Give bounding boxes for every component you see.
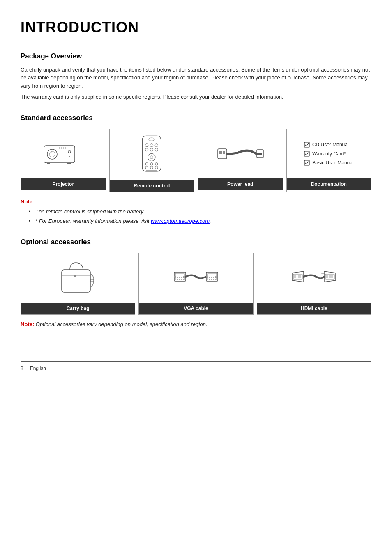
doc-item-3: Basic User Manual xyxy=(304,159,354,166)
svg-point-16 xyxy=(145,148,148,151)
vga-cable-image xyxy=(139,253,253,303)
doc-item-2: Warranty Card* xyxy=(304,150,354,157)
accessory-hdmi-cable: HDMI cable xyxy=(257,253,371,314)
svg-rect-9 xyxy=(47,163,50,164)
projector-image xyxy=(21,129,106,178)
svg-point-62 xyxy=(215,275,216,275)
svg-point-69 xyxy=(213,279,214,280)
power-lead-icon xyxy=(216,137,265,170)
remote-label: Remote control xyxy=(110,180,194,192)
vga-cable-label: VGA cable xyxy=(139,303,253,314)
svg-point-8 xyxy=(69,156,70,157)
hdmi-cable-image xyxy=(257,253,371,303)
projector-icon xyxy=(41,137,86,170)
svg-point-44 xyxy=(179,275,180,275)
svg-point-25 xyxy=(150,166,153,169)
doc-label-3: Basic User Manual xyxy=(312,159,354,166)
svg-point-15 xyxy=(155,144,158,147)
svg-point-47 xyxy=(177,277,178,278)
svg-point-14 xyxy=(150,144,153,147)
doc-label-1: CD User Manual xyxy=(312,141,349,148)
svg-point-45 xyxy=(181,275,182,275)
package-overview-heading: Package Overview xyxy=(21,51,371,62)
svg-point-7 xyxy=(68,150,71,153)
standard-accessories-grid: Projector xyxy=(21,129,371,192)
svg-point-2 xyxy=(49,151,55,157)
page-number: 8 xyxy=(21,365,23,372)
remote-icon xyxy=(137,134,166,175)
svg-point-46 xyxy=(183,275,184,275)
svg-point-59 xyxy=(209,275,210,275)
svg-point-72 xyxy=(215,276,217,278)
optional-accessories-section: Optional accessories xyxy=(21,237,371,328)
accessory-power-lead: Power lead xyxy=(198,129,283,192)
documentation-label: Documentation xyxy=(287,178,371,190)
standard-notes: Note: The remote control is shipped with… xyxy=(21,198,371,225)
svg-point-49 xyxy=(181,277,182,278)
doc-item-1: CD User Manual xyxy=(304,141,354,148)
svg-point-18 xyxy=(155,148,158,151)
accessory-vga-cable: VGA cable xyxy=(138,253,253,314)
svg-rect-40 xyxy=(90,279,94,282)
svg-point-53 xyxy=(181,279,182,280)
optoma-link[interactable]: www.optomaeurope.com xyxy=(151,218,210,224)
svg-rect-30 xyxy=(223,151,225,154)
svg-point-20 xyxy=(150,156,153,159)
carry-bag-icon xyxy=(58,259,99,296)
note-label: Note: xyxy=(21,199,34,205)
optional-accessories-grid: Carry bag xyxy=(21,253,371,314)
svg-rect-28 xyxy=(218,149,227,159)
svg-point-13 xyxy=(145,144,148,147)
package-overview-para1: Carefully unpack and verify that you hav… xyxy=(21,66,371,90)
svg-point-26 xyxy=(155,166,158,169)
svg-rect-37 xyxy=(62,270,90,292)
svg-point-24 xyxy=(145,166,148,169)
svg-point-43 xyxy=(177,275,178,275)
svg-point-54 xyxy=(183,279,184,280)
standard-accessories-section: Standard accessories xyxy=(21,113,371,225)
svg-point-70 xyxy=(215,279,216,280)
svg-rect-10 xyxy=(67,163,71,164)
carry-bag-label: Carry bag xyxy=(21,303,135,314)
page-footer: 8 English xyxy=(21,361,371,372)
svg-point-23 xyxy=(155,163,158,165)
svg-marker-73 xyxy=(292,271,304,282)
documentation-checklist: CD User Manual Warranty Card* xyxy=(298,137,360,171)
optional-note: Note: Optional accessories vary dependin… xyxy=(21,320,371,328)
checkbox-checked-icon-2 xyxy=(304,151,310,157)
page-title: INTRODUCTION xyxy=(21,16,371,39)
svg-point-51 xyxy=(177,279,178,280)
svg-point-17 xyxy=(150,148,153,151)
svg-point-48 xyxy=(179,277,180,278)
standard-accessories-heading: Standard accessories xyxy=(21,113,371,123)
language-label: English xyxy=(30,365,46,372)
vga-cable-icon xyxy=(173,261,219,294)
svg-point-56 xyxy=(183,276,185,278)
checkbox-checked-icon-3 xyxy=(304,160,310,166)
package-overview-section: Package Overview Carefully unpack and ve… xyxy=(21,51,371,101)
svg-point-61 xyxy=(213,275,214,275)
svg-point-64 xyxy=(211,277,212,278)
optional-note-text: Optional accessories vary depending on m… xyxy=(34,321,207,327)
svg-point-52 xyxy=(179,279,180,280)
accessory-remote: Remote control xyxy=(109,129,195,192)
svg-point-67 xyxy=(209,279,210,280)
svg-point-60 xyxy=(211,275,212,275)
svg-point-63 xyxy=(209,277,210,278)
power-lead-label: Power lead xyxy=(198,178,283,190)
note-list: The remote control is shipped with the b… xyxy=(21,208,371,225)
svg-point-39 xyxy=(74,275,76,277)
remote-image xyxy=(110,129,194,180)
accessory-carry-bag: Carry bag xyxy=(21,253,135,314)
svg-point-22 xyxy=(150,163,153,165)
optional-accessories-heading: Optional accessories xyxy=(21,237,371,247)
svg-rect-29 xyxy=(219,151,222,154)
svg-point-12 xyxy=(149,138,155,141)
accessory-projector: Projector xyxy=(21,129,106,192)
svg-point-21 xyxy=(145,163,148,165)
svg-point-1 xyxy=(47,149,57,159)
doc-label-2: Warranty Card* xyxy=(312,150,346,157)
svg-point-19 xyxy=(148,153,155,161)
projector-label: Projector xyxy=(21,178,106,190)
optional-note-label: Note: xyxy=(21,321,34,327)
